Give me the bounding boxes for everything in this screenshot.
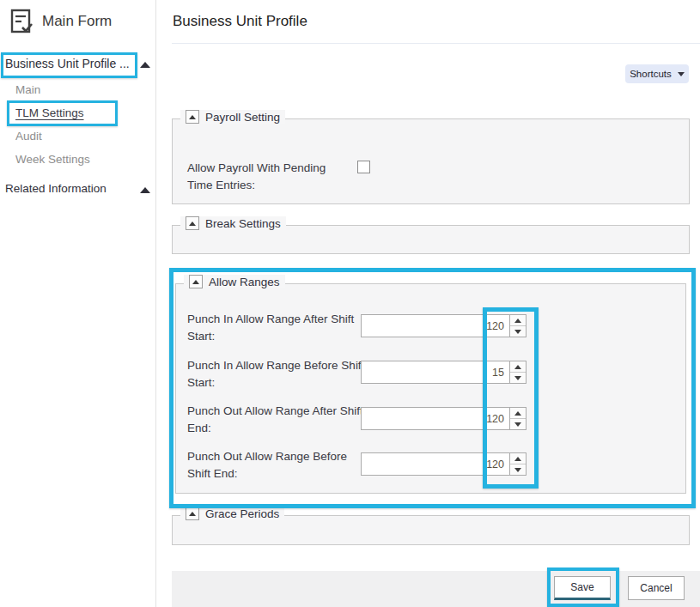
section-break-settings: Break Settings — [172, 225, 690, 254]
collapse-up-icon[interactable] — [140, 62, 150, 68]
spinner-up-icon — [514, 411, 521, 416]
spinner-up-button[interactable] — [510, 453, 526, 464]
sidebar-group-business-unit-profile[interactable]: Business Unit Profile ... — [5, 57, 130, 70]
collapse-up-icon — [192, 280, 199, 284]
section-legend: Payroll Setting — [180, 110, 285, 124]
spinner-down-button[interactable] — [510, 325, 526, 337]
chevron-down-icon — [678, 72, 685, 76]
page-title: Business Unit Profile — [173, 13, 307, 30]
title-divider — [172, 43, 700, 44]
section-grace-periods: Grace Periods — [172, 515, 690, 545]
collapse-section-button[interactable] — [186, 110, 199, 124]
sidebar-related-information[interactable]: Related Information — [5, 182, 107, 195]
collapse-up-icon — [189, 512, 196, 516]
section-title: Grace Periods — [205, 507, 279, 520]
number-spinner — [509, 315, 526, 337]
spinner-up-button[interactable] — [510, 315, 526, 325]
section-legend: Break Settings — [180, 216, 286, 230]
cancel-button[interactable]: Cancel — [628, 576, 685, 600]
spinner-up-button[interactable] — [510, 408, 526, 418]
allow-payroll-checkbox[interactable] — [357, 161, 370, 173]
number-spinner — [509, 408, 526, 429]
section-title: Payroll Setting — [205, 111, 280, 124]
sidebar-title: Main Form — [42, 13, 112, 30]
sidebar-item-week-settings[interactable]: Week Settings — [15, 153, 90, 166]
save-button[interactable]: Save — [554, 576, 611, 600]
spinner-down-icon — [514, 376, 521, 380]
punch-out-before-label: Punch Out Allow Range Before Shift End: — [187, 448, 366, 482]
spinner-up-icon — [514, 319, 521, 323]
sidebar: Main Form Business Unit Profile ... Main… — [0, 0, 156, 607]
sidebar-item-tlm-settings[interactable]: TLM Settings — [15, 106, 84, 119]
number-spinner — [509, 453, 526, 475]
spinner-down-icon — [514, 330, 521, 334]
allow-payroll-label: Allow Payroll With Pending Time Entries: — [187, 160, 346, 193]
form-check-icon — [10, 9, 33, 34]
spinner-down-button[interactable] — [510, 372, 526, 383]
section-title: Allow Ranges — [209, 276, 280, 288]
shortcuts-label: Shortcuts — [630, 69, 672, 79]
punch-out-after-field[interactable]: 120 — [361, 407, 527, 430]
punch-in-before-field[interactable]: 15 — [361, 361, 527, 384]
punch-in-before-label: Punch In Allow Range Before Shift Start: — [187, 357, 366, 391]
punch-out-after-label: Punch Out Allow Range After Shift End: — [187, 403, 366, 436]
number-spinner — [509, 361, 526, 383]
collapse-section-button[interactable] — [186, 216, 199, 230]
field-value[interactable]: 120 — [362, 408, 509, 429]
field-value[interactable]: 15 — [362, 361, 509, 383]
punch-in-after-label: Punch In Allow Range After Shift Start: — [187, 311, 366, 344]
spinner-down-icon — [514, 422, 521, 427]
collapse-up-icon — [189, 115, 196, 119]
punch-in-after-field[interactable]: 120 — [361, 314, 527, 337]
section-legend: Grace Periods — [180, 507, 284, 520]
punch-out-before-field[interactable]: 120 — [361, 452, 527, 476]
sidebar-item-main[interactable]: Main — [15, 83, 40, 96]
collapse-up-icon — [189, 222, 196, 226]
sidebar-item-audit[interactable]: Audit — [15, 130, 42, 143]
collapse-up-icon[interactable] — [140, 187, 150, 193]
spinner-down-button[interactable] — [510, 418, 526, 429]
field-value[interactable]: 120 — [362, 315, 509, 337]
sidebar-header: Main Form — [10, 9, 112, 34]
spinner-up-button[interactable] — [510, 361, 526, 372]
collapse-section-button[interactable] — [189, 275, 203, 288]
spinner-up-icon — [514, 457, 521, 461]
section-title: Break Settings — [205, 217, 281, 230]
spinner-up-icon — [514, 365, 521, 369]
spinner-down-icon — [514, 468, 521, 472]
collapse-section-button[interactable] — [186, 507, 199, 520]
section-legend: Allow Ranges — [184, 275, 285, 288]
footer-bar — [172, 571, 700, 607]
spinner-down-button[interactable] — [510, 464, 526, 475]
shortcuts-button[interactable]: Shortcuts — [625, 64, 689, 83]
app-window: Main Form Business Unit Profile ... Main… — [0, 0, 700, 607]
field-value[interactable]: 120 — [362, 453, 509, 475]
